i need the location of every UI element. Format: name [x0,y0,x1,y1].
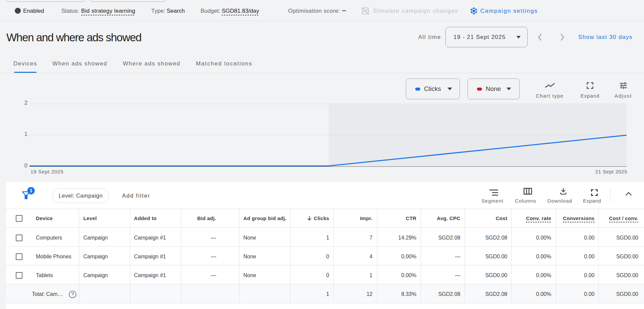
svg-text:1: 1 [30,188,32,193]
